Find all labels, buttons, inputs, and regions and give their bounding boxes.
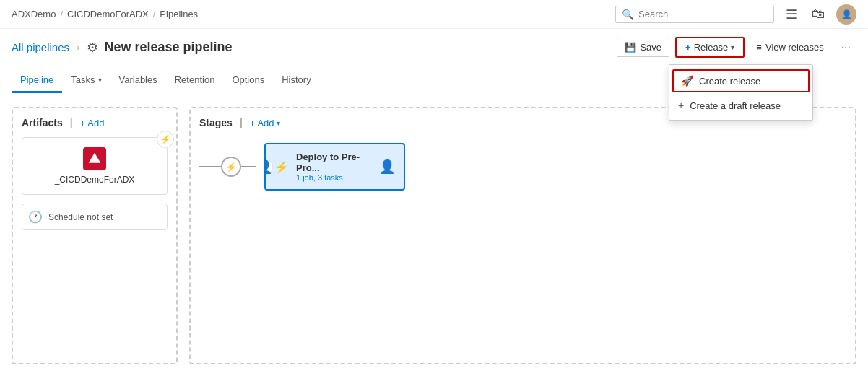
tab-variables[interactable]: Variables bbox=[110, 69, 166, 93]
tab-history[interactable]: History bbox=[273, 69, 319, 93]
connector-circle[interactable]: ⚡ bbox=[221, 157, 241, 177]
create-release-label: Create release bbox=[699, 76, 760, 87]
stage-card[interactable]: 👤 ⚡ Deploy to Pre-Pro... 1 job, 3 tasks … bbox=[264, 143, 405, 191]
rocket-icon: 🚀 bbox=[681, 75, 693, 87]
tab-options-label: Options bbox=[232, 74, 264, 85]
chevron-down-icon: ▾ bbox=[731, 43, 734, 51]
stages-content: ⚡ 👤 ⚡ Deploy to Pre-Pro... 1 job, 3 task… bbox=[199, 143, 846, 191]
chevron-right-icon: › bbox=[77, 42, 79, 53]
stages-add-button[interactable]: + Add ▾ bbox=[250, 118, 280, 128]
breadcrumb: ADXDemo / CICDDemoForADX / Pipelines bbox=[12, 9, 198, 19]
artifacts-title: Artifacts bbox=[22, 117, 63, 128]
title-left: All pipelines › ⚙ New release pipeline bbox=[12, 40, 232, 56]
stages-add-plus-icon: + bbox=[250, 118, 256, 128]
title-actions: 💾 Save + Release ▾ ≡ View releases ··· 🚀… bbox=[617, 37, 856, 58]
artifacts-add-plus-icon: + bbox=[80, 118, 86, 128]
tab-tasks-label: Tasks bbox=[71, 74, 95, 85]
tasks-chevron-icon: ▾ bbox=[98, 76, 102, 84]
release-label: Release bbox=[694, 42, 729, 53]
artifacts-sep: | bbox=[70, 117, 73, 128]
stage-bolt-icon: ⚡ bbox=[274, 160, 289, 174]
view-releases-button[interactable]: ≡ View releases bbox=[750, 38, 829, 56]
schedule-label: Schedule not set bbox=[48, 212, 113, 222]
tab-tasks[interactable]: Tasks ▾ bbox=[62, 69, 110, 93]
artifacts-panel: Artifacts | + Add ⚡ _CICDDemoForADX 🕐 Sc… bbox=[12, 107, 178, 364]
breadcrumb-sep-1: / bbox=[60, 9, 63, 19]
list-icon[interactable]: ☰ bbox=[783, 5, 800, 24]
page-title: New release pipeline bbox=[104, 40, 232, 55]
stages-sep: | bbox=[240, 117, 243, 128]
search-input[interactable] bbox=[638, 9, 761, 19]
create-release-item[interactable]: 🚀 Create release bbox=[672, 69, 810, 92]
view-releases-label: View releases bbox=[765, 42, 824, 53]
release-button[interactable]: + Release ▾ bbox=[675, 37, 745, 58]
stage-pre-approver-icon[interactable]: 👤 bbox=[264, 158, 273, 175]
svg-marker-0 bbox=[89, 153, 101, 163]
artifacts-add-label: Add bbox=[87, 118, 104, 128]
breadcrumb-sep-2: / bbox=[153, 9, 156, 19]
stages-panel: Stages | + Add ▾ ⚡ 👤 ⚡ Deploy to Pre-Pro… bbox=[189, 107, 856, 364]
stage-card-inner: ⚡ Deploy to Pre-Pro... 1 job, 3 tasks 👤 bbox=[266, 144, 404, 189]
title-bar: All pipelines › ⚙ New release pipeline 💾… bbox=[0, 29, 868, 66]
stages-add-label: Add bbox=[257, 118, 274, 128]
plus-icon: + bbox=[685, 42, 691, 53]
search-icon: 🔍 bbox=[622, 9, 634, 20]
artifact-name: _CICDDemoForADX bbox=[55, 175, 135, 185]
tab-pipeline[interactable]: Pipeline bbox=[12, 69, 62, 93]
all-pipelines-link[interactable]: All pipelines bbox=[12, 41, 69, 53]
tab-history-label: History bbox=[282, 74, 311, 85]
stage-post-approver-icon[interactable]: 👤 bbox=[379, 159, 395, 175]
create-draft-label: Create a draft release bbox=[690, 100, 781, 111]
stages-title: Stages bbox=[199, 117, 233, 128]
tab-retention[interactable]: Retention bbox=[166, 69, 224, 93]
clock-icon: 🕐 bbox=[28, 210, 43, 224]
save-button[interactable]: 💾 Save bbox=[617, 38, 669, 57]
artifacts-header: Artifacts | + Add bbox=[22, 117, 168, 128]
artifact-trigger-button[interactable]: ⚡ bbox=[157, 131, 174, 148]
tab-retention-label: Retention bbox=[175, 74, 215, 85]
breadcrumb-item-2[interactable]: CICDDemoForADX bbox=[67, 9, 149, 19]
stage-info: Deploy to Pre-Pro... 1 job, 3 tasks bbox=[296, 152, 372, 182]
breadcrumb-item-3[interactable]: Pipelines bbox=[160, 9, 198, 19]
tab-pipeline-label: Pipeline bbox=[20, 74, 53, 85]
search-box[interactable]: 🔍 bbox=[615, 6, 774, 23]
plus-draft-icon: + bbox=[678, 100, 684, 111]
stage-meta: 1 job, 3 tasks bbox=[296, 173, 372, 182]
pipeline-icon: ⚙ bbox=[87, 40, 98, 56]
artifact-card: ⚡ _CICDDemoForADX bbox=[22, 137, 168, 195]
stage-connector: ⚡ bbox=[199, 157, 256, 177]
main-content: Artifacts | + Add ⚡ _CICDDemoForADX 🕐 Sc… bbox=[0, 95, 868, 376]
breadcrumb-bar: ADXDemo / CICDDemoForADX / Pipelines 🔍 ☰… bbox=[0, 0, 868, 29]
tab-options[interactable]: Options bbox=[223, 69, 273, 93]
more-options-button[interactable]: ··· bbox=[836, 38, 856, 58]
top-right-actions: 🔍 ☰ 🛍 👤 bbox=[615, 4, 856, 25]
schedule-card[interactable]: 🕐 Schedule not set bbox=[22, 204, 168, 230]
stages-add-chevron-icon: ▾ bbox=[277, 119, 280, 127]
artifacts-add-button[interactable]: + Add bbox=[80, 118, 105, 128]
connector-line bbox=[241, 166, 256, 167]
stage-name: Deploy to Pre-Pro... bbox=[296, 152, 372, 173]
shop-icon[interactable]: 🛍 bbox=[809, 5, 828, 23]
save-label: Save bbox=[640, 42, 661, 53]
avatar[interactable]: 👤 bbox=[836, 4, 856, 25]
release-dropdown-menu: 🚀 Create release + Create a draft releas… bbox=[669, 64, 813, 121]
save-icon: 💾 bbox=[625, 42, 636, 53]
artifact-logo bbox=[83, 147, 106, 170]
tab-variables-label: Variables bbox=[119, 74, 157, 85]
create-draft-release-item[interactable]: + Create a draft release bbox=[669, 94, 812, 117]
breadcrumb-item-1[interactable]: ADXDemo bbox=[12, 9, 56, 19]
view-releases-icon: ≡ bbox=[756, 42, 762, 53]
